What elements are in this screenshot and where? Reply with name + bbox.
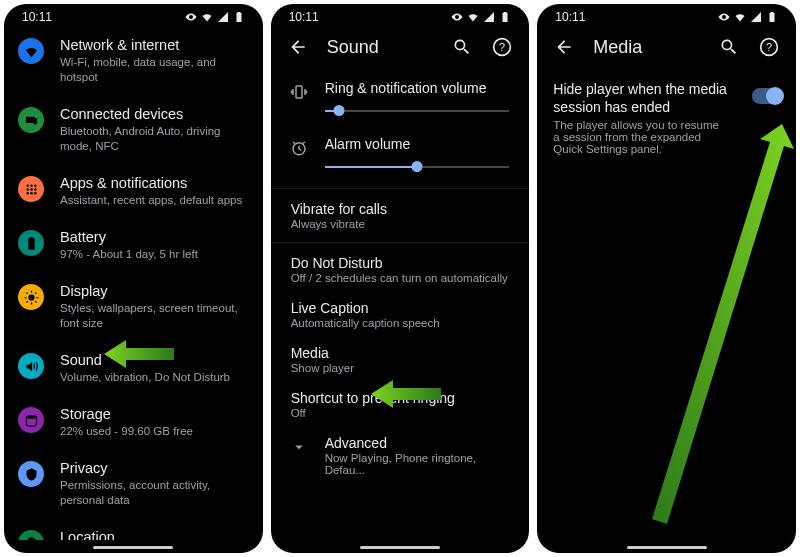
row-connected-devices[interactable]: Connected devices Bluetooth, Android Aut… xyxy=(4,95,263,164)
row-subtitle: Assistant, recent apps, default apps xyxy=(60,193,247,208)
row-subtitle: Wi-Fi, mobile, data usage, and hotspot xyxy=(60,55,247,85)
apps-icon xyxy=(18,176,44,202)
row-title: Location xyxy=(60,528,247,540)
svg-point-2 xyxy=(26,184,29,187)
vibrate-for-calls-row[interactable]: Vibrate for calls Always vibrate xyxy=(271,193,530,238)
media-settings-screen: 10:11 Media ? Hide player when the media… xyxy=(537,4,796,553)
gesture-nav-bar[interactable] xyxy=(4,540,263,553)
gesture-nav-bar[interactable] xyxy=(271,540,530,553)
svg-rect-0 xyxy=(25,116,34,122)
devices-icon xyxy=(18,107,44,133)
advanced-row[interactable]: Advanced Now Playing, Phone ringtone, De… xyxy=(271,427,530,484)
row-privacy[interactable]: Privacy Permissions, account activity, p… xyxy=(4,449,263,518)
battery-icon xyxy=(18,230,44,256)
row-title: Privacy xyxy=(60,459,247,477)
row-label: Advanced xyxy=(325,435,510,451)
ring-volume-row[interactable]: Ring & notification volume xyxy=(271,72,530,128)
row-title: Battery xyxy=(60,228,247,246)
status-icons xyxy=(185,11,245,23)
row-apps-notifications[interactable]: Apps & notifications Assistant, recent a… xyxy=(4,164,263,218)
dnd-row[interactable]: Do Not Disturb Off / 2 schedules can tur… xyxy=(271,247,530,292)
sound-settings-screen: 10:11 Sound ? Ring & notification volume xyxy=(271,4,530,553)
divider xyxy=(271,188,530,189)
wifi-icon xyxy=(201,11,213,23)
status-time: 10:11 xyxy=(555,10,585,24)
eye-icon xyxy=(185,11,197,23)
row-battery[interactable]: Battery 97% - About 1 day, 5 hr left xyxy=(4,218,263,272)
row-sound[interactable]: Sound Volume, vibration, Do Not Disturb xyxy=(4,341,263,395)
row-subtitle: Volume, vibration, Do Not Disturb xyxy=(60,370,247,385)
row-sub: Off / 2 schedules can turn on automatica… xyxy=(291,272,510,284)
settings-main-screen: 10:11 Network & internet Wi-Fi, mobile, … xyxy=(4,4,263,553)
row-network-internet[interactable]: Network & internet Wi-Fi, mobile, data u… xyxy=(4,26,263,95)
svg-point-12 xyxy=(26,415,36,419)
svg-point-6 xyxy=(30,188,33,191)
hide-player-toggle[interactable] xyxy=(752,88,782,104)
gesture-nav-bar[interactable] xyxy=(537,540,796,553)
vibrate-icon xyxy=(289,82,309,102)
svg-point-3 xyxy=(30,184,33,187)
row-sub: Off xyxy=(291,407,510,419)
storage-icon xyxy=(18,407,44,433)
svg-point-7 xyxy=(34,188,37,191)
hide-player-row[interactable]: Hide player when the media session has e… xyxy=(537,72,796,163)
signal-icon xyxy=(217,11,229,23)
shortcut-ringing-row[interactable]: Shortcut to prevent ringing Off xyxy=(271,382,530,427)
row-title: Connected devices xyxy=(60,105,247,123)
row-subtitle: 97% - About 1 day, 5 hr left xyxy=(60,247,247,262)
location-icon xyxy=(18,530,44,540)
row-storage[interactable]: Storage 22% used - 99.60 GB free xyxy=(4,395,263,449)
row-label: Media xyxy=(291,345,510,361)
row-location[interactable]: Location xyxy=(4,518,263,540)
search-button[interactable] xyxy=(451,36,473,58)
svg-rect-16 xyxy=(296,86,302,98)
row-subtitle: 22% used - 99.60 GB free xyxy=(60,424,247,439)
sound-settings-list[interactable]: Ring & notification volume Alarm volume … xyxy=(271,72,530,540)
row-label: Do Not Disturb xyxy=(291,255,510,271)
status-icons xyxy=(451,11,511,23)
help-button[interactable]: ? xyxy=(491,36,513,58)
signal-icon xyxy=(750,11,762,23)
svg-point-10 xyxy=(34,192,37,195)
status-bar: 10:11 xyxy=(271,4,530,26)
svg-rect-1 xyxy=(33,118,37,124)
live-caption-row[interactable]: Live Caption Automatically caption speec… xyxy=(271,292,530,337)
page-title: Sound xyxy=(327,37,434,58)
ring-volume-slider[interactable] xyxy=(325,102,510,120)
settings-list[interactable]: Network & internet Wi-Fi, mobile, data u… xyxy=(4,26,263,540)
option-label: Hide player when the media session has e… xyxy=(553,80,728,116)
row-display[interactable]: Display Styles, wallpapers, screen timeo… xyxy=(4,272,263,341)
slider-label: Alarm volume xyxy=(325,136,510,152)
battery-icon xyxy=(499,11,511,23)
back-button[interactable] xyxy=(553,36,575,58)
row-sub: Always vibrate xyxy=(291,218,510,230)
svg-point-11 xyxy=(28,294,34,300)
battery-icon xyxy=(233,11,245,23)
slider-label: Ring & notification volume xyxy=(325,80,510,96)
option-sub: The player allows you to resume a sessio… xyxy=(553,119,728,155)
media-row[interactable]: Media Show player xyxy=(271,337,530,382)
display-icon xyxy=(18,284,44,310)
row-subtitle: Bluetooth, Android Auto, driving mode, N… xyxy=(60,124,247,154)
privacy-icon xyxy=(18,461,44,487)
wifi-icon xyxy=(467,11,479,23)
alarm-volume-row[interactable]: Alarm volume xyxy=(271,128,530,184)
row-sub: Automatically caption speech xyxy=(291,317,510,329)
svg-point-9 xyxy=(30,192,33,195)
eye-icon xyxy=(451,11,463,23)
wifi-icon xyxy=(734,11,746,23)
row-label: Shortcut to prevent ringing xyxy=(291,390,510,406)
app-bar: Media ? xyxy=(537,26,796,72)
row-title: Network & internet xyxy=(60,36,247,54)
search-button[interactable] xyxy=(718,36,740,58)
row-subtitle: Permissions, account activity, personal … xyxy=(60,478,247,508)
row-subtitle: Styles, wallpapers, screen timeout, font… xyxy=(60,301,247,331)
row-label: Vibrate for calls xyxy=(291,201,510,217)
status-time: 10:11 xyxy=(22,10,52,24)
help-button[interactable]: ? xyxy=(758,36,780,58)
row-sub: Now Playing, Phone ringtone, Defau... xyxy=(325,452,510,476)
row-title: Sound xyxy=(60,351,247,369)
back-button[interactable] xyxy=(287,36,309,58)
alarm-volume-slider[interactable] xyxy=(325,158,510,176)
svg-point-5 xyxy=(26,188,29,191)
